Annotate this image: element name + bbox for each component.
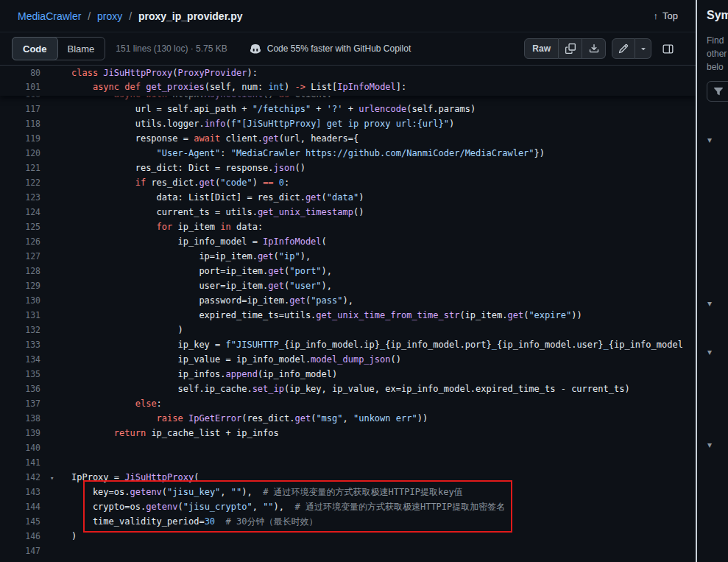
gutter bbox=[40, 146, 71, 161]
line-number[interactable]: 144 bbox=[0, 499, 40, 514]
raw-button[interactable]: Raw bbox=[524, 38, 559, 59]
line-number[interactable]: 131 bbox=[0, 308, 40, 323]
line-number[interactable]: 145 bbox=[0, 514, 40, 529]
code-text: response = await client.get(url, headers… bbox=[71, 131, 696, 146]
line-number[interactable]: 137 bbox=[0, 396, 40, 411]
tab-code[interactable]: Code bbox=[12, 37, 58, 60]
code-text: ip_key = f"JISUHTTP_{ip_info_model.ip}_{… bbox=[71, 337, 696, 352]
chevron-down-icon[interactable]: ▾ bbox=[707, 299, 712, 308]
code-text: class JiSuHttpProxy(ProxyProvider): bbox=[71, 66, 696, 80]
breadcrumb-folder-link[interactable]: proxy bbox=[97, 10, 122, 22]
code-line: 131 expired_time_ts=utils.get_unix_time_… bbox=[0, 308, 696, 323]
code-text: else: bbox=[71, 396, 696, 411]
gutter bbox=[40, 411, 71, 426]
line-number[interactable]: 101 bbox=[0, 80, 40, 94]
line-number[interactable]: 120 bbox=[0, 146, 40, 161]
gutter bbox=[40, 544, 71, 558]
tab-blame[interactable]: Blame bbox=[57, 38, 105, 60]
line-number[interactable]: 127 bbox=[0, 249, 40, 264]
line-number[interactable]: 121 bbox=[0, 161, 40, 175]
code-text bbox=[71, 455, 696, 470]
line-number[interactable]: 147 bbox=[0, 544, 40, 558]
line-number[interactable]: 141 bbox=[0, 455, 40, 470]
breadcrumb-separator: / bbox=[88, 10, 91, 22]
gutter bbox=[40, 396, 71, 411]
line-number[interactable]: 130 bbox=[0, 293, 40, 308]
symbols-panel-description: Find other belo bbox=[707, 34, 728, 74]
code-line: 122 if res_dict.get("code") == 0: bbox=[0, 175, 696, 190]
line-number[interactable]: 125 bbox=[0, 219, 40, 234]
copy-button[interactable] bbox=[559, 38, 582, 59]
code-line: 144 crypto=os.getenv("jisu_crypto", ""),… bbox=[0, 499, 696, 514]
raw-copy-download-group: Raw bbox=[524, 38, 606, 59]
copilot-icon bbox=[250, 43, 261, 55]
line-number[interactable]: 118 bbox=[0, 116, 40, 131]
line-number[interactable]: 123 bbox=[0, 190, 40, 205]
collapse-chevron-icon[interactable]: ▾ bbox=[50, 474, 54, 482]
symbols-panel-toggle-button[interactable] bbox=[657, 38, 678, 59]
gutter bbox=[40, 455, 71, 470]
line-number[interactable]: 135 bbox=[0, 367, 40, 382]
code-text: crypto=os.getenv("jisu_crypto", ""), # 通… bbox=[71, 499, 696, 514]
line-number[interactable]: 119 bbox=[0, 131, 40, 146]
description-line: belo bbox=[707, 60, 728, 74]
symbols-panel: Sym Find other belo ▾ ▾ ▾ ▾ bbox=[696, 0, 728, 562]
line-number[interactable]: 138 bbox=[0, 411, 40, 426]
breadcrumb-repo-link[interactable]: MediaCrawler bbox=[18, 10, 81, 22]
code-text: password=ip_item.get("pass"), bbox=[71, 293, 696, 308]
gutter bbox=[40, 529, 71, 544]
copilot-banner[interactable]: Code 55% faster with GitHub Copilot bbox=[250, 43, 411, 55]
line-number[interactable]: 134 bbox=[0, 352, 40, 367]
code-blame-switcher: Code Blame bbox=[12, 37, 105, 60]
code-line: 135 ip_infos.append(ip_info_model) bbox=[0, 367, 696, 382]
description-line: Find bbox=[707, 34, 728, 47]
line-number[interactable]: 80 bbox=[0, 66, 40, 80]
gutter bbox=[40, 323, 71, 337]
line-number[interactable]: 126 bbox=[0, 234, 40, 249]
code-line: 127 ip=ip_item.get("ip"), bbox=[0, 249, 696, 264]
gutter bbox=[40, 293, 71, 308]
gutter bbox=[40, 499, 71, 514]
code-text: res_dict: Dict = response.json() bbox=[71, 161, 696, 175]
code-line: 147 bbox=[0, 544, 696, 558]
chevron-down-icon[interactable]: ▾ bbox=[707, 440, 712, 449]
gutter bbox=[40, 352, 71, 367]
edit-button[interactable] bbox=[612, 38, 635, 59]
scroll-to-top-button[interactable]: ↑ Top bbox=[654, 10, 678, 21]
line-number[interactable]: 139 bbox=[0, 426, 40, 440]
gutter bbox=[40, 337, 71, 352]
line-number[interactable]: 117 bbox=[0, 102, 40, 116]
chevron-down-icon[interactable]: ▾ bbox=[707, 348, 712, 356]
code-text: if res_dict.get("code") == 0: bbox=[71, 175, 696, 190]
line-number[interactable]: 136 bbox=[0, 382, 40, 396]
code-text: data: List[Dict] = res_dict.get("data") bbox=[71, 190, 696, 205]
symbols-filter-input[interactable] bbox=[707, 81, 728, 102]
line-number[interactable]: 132 bbox=[0, 323, 40, 337]
line-number[interactable]: 146 bbox=[0, 529, 40, 544]
line-number[interactable]: 143 bbox=[0, 485, 40, 499]
gutter bbox=[40, 249, 71, 264]
code-line: 138 raise IpGetError(res_dict.get("msg",… bbox=[0, 411, 696, 426]
sticky-scope-lines: 80class JiSuHttpProxy(ProxyProvider):101… bbox=[0, 66, 696, 96]
file-header: MediaCrawler / proxy / proxy_ip_provider… bbox=[0, 0, 696, 32]
edit-dropdown-button[interactable] bbox=[635, 38, 651, 59]
chevron-down-icon[interactable]: ▾ bbox=[707, 136, 712, 144]
arrow-up-icon: ↑ bbox=[654, 10, 659, 21]
download-button[interactable] bbox=[582, 38, 606, 59]
code-text: expired_time_ts=utils.get_unix_time_from… bbox=[71, 308, 696, 323]
line-number[interactable]: 124 bbox=[0, 205, 40, 219]
code-text: key=os.getenv("jisu_key", ""), # 通过环境变量的… bbox=[71, 485, 696, 499]
line-number[interactable]: 122 bbox=[0, 175, 40, 190]
line-number[interactable]: 128 bbox=[0, 264, 40, 278]
line-number[interactable]: 129 bbox=[0, 278, 40, 293]
gutter bbox=[40, 382, 71, 396]
line-number[interactable]: 140 bbox=[0, 440, 40, 455]
code-line: 136 self.ip_cache.set_ip(ip_key, ip_valu… bbox=[0, 382, 696, 396]
code-line: 133 ip_key = f"JISUHTTP_{ip_info_model.i… bbox=[0, 337, 696, 352]
line-number[interactable]: 133 bbox=[0, 337, 40, 352]
code-text bbox=[71, 544, 696, 558]
line-number[interactable]: 142 bbox=[0, 470, 40, 485]
code-line: 139 return ip_cache_list + ip_infos bbox=[0, 426, 696, 440]
code-line: 120 "User-Agent": "MediaCrawler https://… bbox=[0, 146, 696, 161]
code-text: "User-Agent": "MediaCrawler https://gith… bbox=[71, 146, 696, 161]
